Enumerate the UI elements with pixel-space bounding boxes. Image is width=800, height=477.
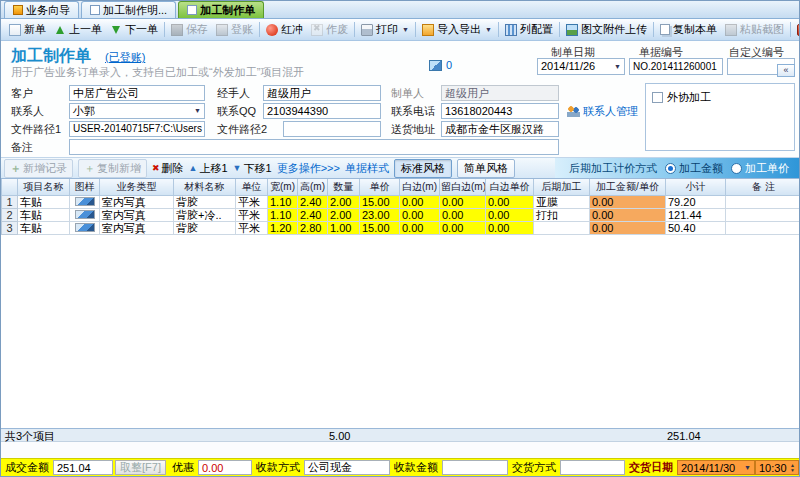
round-button[interactable]: 取整[F7] <box>115 460 166 475</box>
cell-post_amount[interactable]: 0.00 <box>590 195 666 208</box>
collapse-panel-button[interactable]: « <box>777 64 795 77</box>
cell-margin[interactable]: 0.00 <box>400 208 440 221</box>
exit-button[interactable]: 退出 <box>793 20 799 39</box>
cell-post[interactable] <box>534 221 590 234</box>
standard-style-toggle[interactable]: 标准风格 <box>394 159 452 178</box>
col-header[interactable]: 宽(m) <box>268 179 298 195</box>
col-header[interactable]: 图样 <box>70 179 100 195</box>
cell-margin[interactable]: 0.00 <box>400 221 440 234</box>
cell-qty[interactable]: 2.00 <box>328 195 360 208</box>
cell-name[interactable]: 车贴 <box>18 195 70 208</box>
cell-post[interactable]: 打扣 <box>534 208 590 221</box>
cell-name[interactable]: 车贴 <box>18 221 70 234</box>
cell-remark[interactable] <box>726 221 800 234</box>
outsource-checkbox[interactable] <box>652 92 663 103</box>
print-button[interactable]: 打印▼ <box>357 20 413 39</box>
cell-price[interactable]: 15.00 <box>360 221 400 234</box>
col-header[interactable]: 业务类型 <box>100 179 174 195</box>
cell-h[interactable]: 2.40 <box>298 195 328 208</box>
cell-margin_price[interactable]: 0.00 <box>486 195 534 208</box>
discount-field[interactable]: 0.00 <box>198 460 252 475</box>
new-order-button[interactable]: 新单 <box>5 20 50 39</box>
cell-remark[interactable] <box>726 208 800 221</box>
cell-material[interactable]: 背胶 <box>174 221 236 234</box>
chevron-down-icon[interactable]: ▼ <box>614 60 621 73</box>
col-header[interactable]: 单位 <box>236 179 268 195</box>
doc-no-field[interactable]: NO.201411260001 <box>629 58 723 75</box>
col-header[interactable]: 项目名称 <box>18 179 70 195</box>
cell-unit[interactable]: 平米 <box>236 195 268 208</box>
deal-amount-field[interactable]: 251.04 <box>53 460 113 475</box>
more-actions-link[interactable]: 更多操作>>> <box>277 161 340 176</box>
cell-subtotal[interactable]: 121.44 <box>666 208 726 221</box>
import-export-button[interactable]: 导入导出▼ <box>418 20 496 39</box>
cell-h[interactable]: 2.40 <box>298 208 328 221</box>
make-date-field[interactable]: 2014/11/26 ▼ <box>537 58 625 75</box>
address-field[interactable]: 成都市金牛区服汉路 <box>441 121 559 137</box>
col-header[interactable]: 高(m) <box>298 179 328 195</box>
customer-field[interactable]: 中居广告公司 <box>69 85 205 101</box>
outsource-checkbox-row[interactable]: 外协加工 <box>652 90 788 105</box>
col-header[interactable]: 备 注 <box>726 179 800 195</box>
cell-type[interactable]: 室内写真 <box>100 208 174 221</box>
path2-field[interactable] <box>283 121 381 137</box>
tab-加工制作单[interactable]: 加工制作单 <box>178 1 264 18</box>
cell-margin[interactable]: 0.00 <box>400 195 440 208</box>
delivery-time-field[interactable]: 10:30 ▲▼ <box>755 460 799 475</box>
cell-unit[interactable]: 平米 <box>236 208 268 221</box>
add-record-button[interactable]: ＋ 新增记录 <box>4 159 73 178</box>
table-row[interactable]: 1车贴室内写真背胶平米1.102.402.0015.000.000.000.00… <box>2 195 800 208</box>
delete-row-button[interactable]: ✖ 删除 <box>152 161 184 176</box>
pay-amount-field[interactable] <box>442 460 508 475</box>
tab-加工制作明...[interactable]: 加工制作明... <box>81 1 176 18</box>
doc-style-link[interactable]: 单据样式 <box>345 161 389 176</box>
copy-order-button[interactable]: 复制本单 <box>656 20 721 39</box>
cell-type[interactable]: 室内写真 <box>100 195 174 208</box>
delivery-method-field[interactable] <box>560 460 625 475</box>
contact-manage-link[interactable]: 联系人管理 <box>567 103 638 119</box>
col-header[interactable]: 加工金额/单价 <box>590 179 666 195</box>
column-config-button[interactable]: 列配置 <box>501 20 557 39</box>
chevron-down-icon[interactable]: ▼ <box>744 464 751 471</box>
delivery-date-field[interactable]: 2014/11/30 ▼ <box>677 460 755 475</box>
next-order-button[interactable]: 下一单 <box>106 20 162 39</box>
cell-w[interactable]: 1.10 <box>268 208 298 221</box>
cell-margin2[interactable]: 0.00 <box>440 221 486 234</box>
paste-screenshot-button[interactable]: 粘贴截图 <box>721 20 788 39</box>
col-header-rownum[interactable] <box>2 179 18 195</box>
col-header[interactable]: 后期加工 <box>534 179 590 195</box>
cell-name[interactable]: 车贴 <box>18 208 70 221</box>
cell-w[interactable]: 1.10 <box>268 195 298 208</box>
move-up-button[interactable]: ▲ 上移1 <box>189 161 228 176</box>
time-spinner-icon[interactable]: ▲▼ <box>790 463 795 473</box>
red-reverse-button[interactable]: 红冲 <box>262 20 307 39</box>
post-ledger-button[interactable]: 登账 <box>212 20 257 39</box>
pricing-amount-radio[interactable]: 加工金额 <box>665 161 723 176</box>
cell-thumbnail[interactable] <box>70 195 100 208</box>
copy-add-button[interactable]: ＋ 复制新增 <box>78 159 147 178</box>
cell-h[interactable]: 2.80 <box>298 221 328 234</box>
table-row[interactable]: 2车贴室内写真背胶+冷..平米1.102.402.0023.000.000.00… <box>2 208 800 221</box>
col-header[interactable]: 小计 <box>666 179 726 195</box>
col-header[interactable]: 白边(m) <box>400 179 440 195</box>
table-row[interactable]: 3车贴室内写真背胶平米1.202.801.0015.000.000.000.00… <box>2 221 800 234</box>
pricing-unit-radio[interactable]: 加工单价 <box>731 161 789 176</box>
cell-margin2[interactable]: 0.00 <box>440 208 486 221</box>
col-header[interactable]: 数量 <box>328 179 360 195</box>
pay-method-field[interactable]: 公司现金 <box>304 460 390 475</box>
col-header[interactable]: 白边单价 <box>486 179 534 195</box>
cell-subtotal[interactable]: 79.20 <box>666 195 726 208</box>
cell-margin2[interactable]: 0.00 <box>440 195 486 208</box>
contact-combo[interactable]: 小郭 ▼ <box>69 103 205 119</box>
col-header[interactable]: 材料名称 <box>174 179 236 195</box>
cell-price[interactable]: 15.00 <box>360 195 400 208</box>
cell-unit[interactable]: 平米 <box>236 221 268 234</box>
cell-post_amount[interactable]: 0.00 <box>590 221 666 234</box>
cell-price[interactable]: 23.00 <box>360 208 400 221</box>
cell-thumbnail[interactable] <box>70 221 100 234</box>
path1-field[interactable]: USER-20140715F7:C:\Users <box>69 121 205 137</box>
prev-order-button[interactable]: 上一单 <box>50 20 106 39</box>
cell-remark[interactable] <box>726 195 800 208</box>
handler-field[interactable]: 超级用户 <box>263 85 381 101</box>
simple-style-toggle[interactable]: 简单风格 <box>457 159 515 178</box>
